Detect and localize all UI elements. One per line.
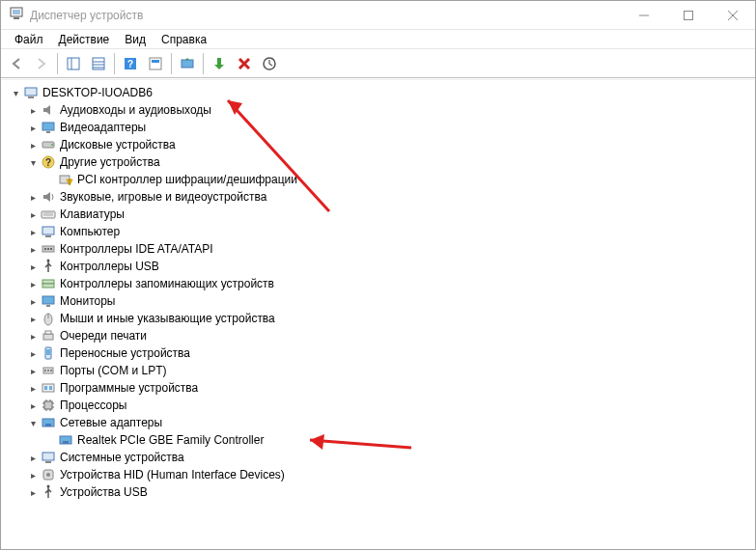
expand-icon[interactable]: ▸ <box>25 467 41 482</box>
svg-rect-71 <box>45 461 51 463</box>
tree-item-label: Контроллеры USB <box>60 260 159 273</box>
tree-category[interactable]: ▸ Программные устройства <box>25 379 754 397</box>
tree-root-label: DESKTOP-IUOADB6 <box>42 86 153 99</box>
expand-icon[interactable]: ▸ <box>25 484 41 500</box>
tree-item-label: Realtek PCIe GBE Family Controller <box>77 433 264 447</box>
print-queue-icon <box>41 328 56 344</box>
expand-icon[interactable]: ▸ <box>25 137 41 152</box>
enable-device-button[interactable] <box>208 52 231 75</box>
tree-category[interactable]: ▸ Процессоры <box>25 397 754 414</box>
expand-icon[interactable]: ▸ <box>25 363 41 378</box>
maximize-button[interactable] <box>666 1 711 30</box>
tree-device[interactable]: Realtek PCIe GBE Family Controller <box>42 431 754 449</box>
svg-rect-67 <box>45 424 51 426</box>
svg-point-39 <box>47 260 50 262</box>
usb-controller-icon <box>41 259 56 274</box>
tree-category[interactable]: ▸ Мыши и иные указывающие устройства <box>25 310 754 327</box>
menu-action[interactable]: Действие <box>51 31 118 48</box>
tree-category[interactable]: ▸ Устройства USB <box>25 483 754 501</box>
expand-icon[interactable]: ▸ <box>25 189 41 205</box>
help-button[interactable]: ? <box>119 52 142 75</box>
tree-item-label: Процессоры <box>60 399 127 412</box>
tree-category[interactable]: ▸ Переносные устройства <box>25 344 754 362</box>
monitor-icon <box>41 293 56 309</box>
properties-button[interactable] <box>87 52 110 75</box>
close-button[interactable] <box>711 1 755 30</box>
expand-icon[interactable]: ▸ <box>25 241 41 257</box>
forward-button[interactable] <box>30 52 53 75</box>
svg-point-52 <box>47 370 49 371</box>
tree-category[interactable]: ▸ Клавиатуры <box>25 206 754 223</box>
tree-device[interactable]: ! PCI контроллер шифрации/дешифрации <box>42 171 754 188</box>
expand-icon[interactable]: ▸ <box>25 380 41 396</box>
tree-category[interactable]: ▾ ? Другие устройства <box>25 153 754 171</box>
tree-category[interactable]: ▸ Контроллеры запоминающих устройств <box>25 275 754 292</box>
svg-text:!: ! <box>69 179 70 185</box>
tree-item-label: Сетевые адаптеры <box>60 416 162 429</box>
tree-category[interactable]: ▸ Системные устройства <box>25 449 754 466</box>
disk-drive-icon <box>41 137 56 152</box>
expand-icon[interactable]: ▸ <box>25 259 41 274</box>
network-adapter-icon <box>41 415 56 430</box>
expand-icon[interactable]: ▸ <box>25 328 41 344</box>
collapse-icon[interactable]: ▾ <box>25 154 41 170</box>
expand-icon[interactable]: ▸ <box>25 120 41 135</box>
tree-item-label: Клавиатуры <box>60 207 125 221</box>
expand-icon[interactable]: ▸ <box>25 398 41 413</box>
svg-rect-22 <box>42 123 54 130</box>
svg-rect-57 <box>44 401 52 409</box>
collapse-icon[interactable]: ▾ <box>25 415 41 430</box>
expand-icon[interactable]: ▸ <box>25 345 41 361</box>
uninstall-device-button[interactable] <box>233 52 256 75</box>
menu-help[interactable]: Справка <box>154 31 214 48</box>
window-title: Диспетчер устройств <box>30 9 143 22</box>
expand-icon[interactable]: ▸ <box>25 102 41 118</box>
device-tree: ▾ DESKTOP-IUOADB6 ▸ Аудиовходы и аудиовы… <box>2 80 754 501</box>
show-hide-tree-button[interactable] <box>62 52 85 75</box>
portable-device-icon <box>41 345 56 361</box>
svg-rect-47 <box>45 331 51 334</box>
unknown-device-warning-icon: ! <box>58 172 73 187</box>
expand-icon[interactable]: ▸ <box>25 293 41 309</box>
update-driver-button[interactable] <box>176 52 199 75</box>
tree-category[interactable]: ▸ Видеоадаптеры <box>25 119 754 136</box>
audio-io-icon <box>41 102 56 118</box>
svg-rect-49 <box>46 349 50 355</box>
collapse-icon[interactable]: ▾ <box>8 85 23 100</box>
tree-category[interactable]: ▸ Звуковые, игровые и видеоустройства <box>25 188 754 206</box>
svg-rect-42 <box>42 296 54 304</box>
minimize-button[interactable] <box>622 1 666 30</box>
scan-hardware-button[interactable] <box>258 52 281 75</box>
svg-rect-23 <box>46 131 50 133</box>
tree-root[interactable]: ▾ DESKTOP-IUOADB6 <box>8 84 754 101</box>
tree-category[interactable]: ▸ Мониторы <box>25 292 754 310</box>
expand-icon[interactable]: ▸ <box>25 206 41 222</box>
tree-category[interactable]: ▸ Контроллеры IDE ATA/ATAPI <box>25 240 754 258</box>
processor-icon <box>41 398 56 413</box>
tree-category[interactable]: ▸ Аудиовходы и аудиовыходы <box>25 101 754 119</box>
tree-category[interactable]: ▸ Очереди печати <box>25 327 754 344</box>
menu-file[interactable]: Файл <box>7 31 51 48</box>
expand-icon[interactable]: ▸ <box>25 450 41 465</box>
tree-item-label: Переносные устройства <box>60 346 190 360</box>
menu-view[interactable]: Вид <box>117 31 154 48</box>
tree-item-label: Мыши и иные указывающие устройства <box>60 312 275 325</box>
tree-category[interactable]: ▸ Устройства HID (Human Interface Device… <box>25 466 754 483</box>
tree-item-label: Контроллеры запоминающих устройств <box>60 277 274 290</box>
svg-rect-46 <box>43 334 53 340</box>
expand-icon[interactable]: ▸ <box>25 276 41 291</box>
svg-rect-70 <box>42 453 54 460</box>
expand-icon[interactable]: ▸ <box>25 311 41 326</box>
tree-category[interactable]: ▸ Дисковые устройства <box>25 136 754 153</box>
device-tree-panel[interactable]: ▾ DESKTOP-IUOADB6 ▸ Аудиовходы и аудиовы… <box>2 79 754 548</box>
tree-category[interactable]: ▾ Сетевые адаптеры <box>25 414 754 431</box>
properties-sheet-button[interactable] <box>144 52 167 75</box>
svg-rect-21 <box>28 96 34 98</box>
tree-category[interactable]: ▸ Контроллеры USB <box>25 258 754 275</box>
back-button[interactable] <box>5 52 28 75</box>
expand-icon[interactable]: ▸ <box>25 224 41 239</box>
tree-category[interactable]: ▸ Компьютер <box>25 223 754 240</box>
no-expand <box>42 172 58 187</box>
svg-rect-20 <box>25 88 37 96</box>
tree-category[interactable]: ▸ Порты (COM и LPT) <box>25 362 754 379</box>
